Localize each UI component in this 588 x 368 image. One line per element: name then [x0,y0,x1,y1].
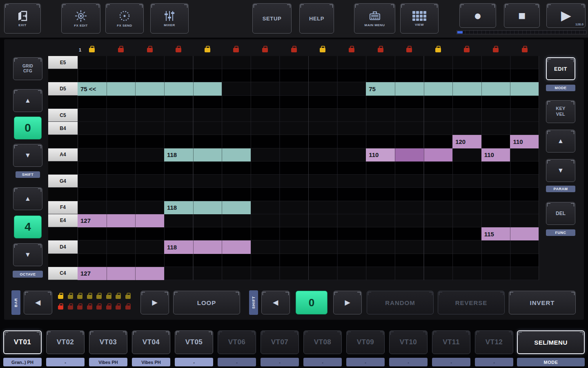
key-F4[interactable]: F4 [48,201,78,214]
exit-button[interactable]: EXIT [4,3,41,34]
play-button[interactable]: ▶ 128.0 [546,3,586,28]
note[interactable]: 110 [366,148,452,162]
key-black-row[interactable] [48,188,78,201]
track-button-vt08[interactable]: VT08 [303,330,342,354]
fx-edit-button[interactable]: FX EDIT [61,3,100,34]
shift-left-button[interactable]: ◀ [261,291,290,314]
bar-marker-icon[interactable] [68,305,73,310]
bar-marker-icon[interactable] [77,295,82,299]
key-black-row[interactable] [48,162,78,175]
bar-marker-icon[interactable] [87,305,92,310]
setup-button[interactable]: SETUP [252,3,292,34]
key-D4[interactable]: D4 [48,240,78,254]
param-up-button[interactable]: ▲ [546,130,575,153]
key-black-row[interactable] [48,69,78,82]
key-E5[interactable]: E5 [48,56,78,69]
track-button-vt03[interactable]: VT03 [89,330,127,354]
key-C5[interactable]: C5 [48,109,78,122]
track-sub-label[interactable]: Gran..) PH [3,358,42,366]
bar-marker-icon[interactable] [58,295,63,299]
stop-button[interactable]: ■ [504,3,540,28]
track-sub-label[interactable]: - [303,358,342,366]
prev-bar-button[interactable]: ◀ [24,291,52,314]
note[interactable]: 115 [481,227,539,240]
track-sub-label[interactable]: - [218,358,256,366]
bar-marker-icon[interactable] [125,305,131,310]
note[interactable]: 110 [510,135,539,148]
note[interactable]: 110 [481,148,510,162]
track-button-vt06[interactable]: VT06 [218,330,256,354]
help-button[interactable]: HELP [299,3,334,34]
track-button-vt10[interactable]: VT10 [389,330,428,354]
fx-send-button[interactable]: FX SEND [105,3,144,34]
note[interactable]: 127 [78,214,164,227]
track-sub-label[interactable]: - [261,358,299,366]
bar-marker-icon[interactable] [96,305,102,310]
key-G4[interactable]: G4 [48,175,78,188]
view-button[interactable]: VIEW [400,3,439,34]
note[interactable]: 127 [78,267,164,280]
bar-marker-icon[interactable] [58,305,63,310]
track-sub-label[interactable]: Vibes PH [89,358,127,366]
edit-mode-button[interactable]: EDIT [546,57,575,80]
track-sub-label[interactable]: - [346,358,385,366]
track-sub-label[interactable]: - [432,358,470,366]
key-black-row[interactable] [48,227,78,240]
bar-marker-icon[interactable] [116,295,121,299]
random-button[interactable]: RANDOM [367,291,434,314]
main-menu-button[interactable]: MAIN MENU [354,3,395,34]
mixer-button[interactable]: MIXER [150,3,189,34]
bar-marker-icon[interactable] [68,295,73,299]
note[interactable]: 120 [452,135,481,148]
track-sub-label[interactable]: Vibes PH [132,358,170,366]
bar-marker-icon[interactable] [106,295,111,299]
track-button-vt12[interactable]: VT12 [475,330,513,354]
key-C4[interactable]: C4 [48,267,78,280]
invert-button[interactable]: INVERT [509,291,576,314]
bar-marker-icon[interactable] [77,305,82,310]
note[interactable]: 75 [366,82,539,95]
bar-marker-icon[interactable] [87,295,92,299]
reverse-button[interactable]: REVERSE [438,291,505,314]
octave-down-button[interactable]: ▼ [13,243,42,266]
seek-bar[interactable] [457,30,586,34]
track-sub-label[interactable]: - [46,358,85,366]
key-B4[interactable]: B4 [48,122,78,135]
track-button-vt02[interactable]: VT02 [46,330,85,354]
track-button-vt11[interactable]: VT11 [432,330,470,354]
track-sub-label[interactable]: - [475,358,513,366]
next-bar-button[interactable]: ▶ [140,291,169,314]
key-black-row[interactable] [48,135,78,148]
shift-up-button[interactable]: ▲ [13,89,42,112]
bar-marker-icon[interactable] [106,305,111,310]
key-E4[interactable]: E4 [48,214,78,227]
shift-down-button[interactable]: ▼ [13,144,42,167]
shift-right-button[interactable]: ▶ [333,291,362,314]
grid[interactable]: 75 <<75120110118110110118127115118127 [78,56,539,280]
note[interactable]: 118 [164,201,251,214]
track-sub-label[interactable]: - [175,358,213,366]
bar-marker-icon[interactable] [125,295,131,299]
note[interactable]: 118 [164,240,251,254]
record-button[interactable]: ● [459,3,496,28]
bar-marker-icon[interactable] [116,305,121,310]
grid-cfg-button[interactable]: GRID CFG [13,57,42,80]
loop-button[interactable]: LOOP [173,291,240,314]
key-A4[interactable]: A4 [48,148,78,162]
track-button-vt04[interactable]: VT04 [132,330,170,354]
bar-marker-icon[interactable] [96,295,102,299]
track-button-vt01[interactable]: VT01 [3,330,42,354]
del-button[interactable]: DEL [546,202,575,225]
key-black-row[interactable] [48,96,78,109]
note[interactable]: 75 << [78,82,222,95]
octave-up-button[interactable]: ▲ [13,187,42,210]
key-vel-button[interactable]: KEY VEL [546,100,575,123]
track-button-vt07[interactable]: VT07 [261,330,299,354]
key-black-row[interactable] [48,254,78,267]
sel-menu-button[interactable]: SEL/MENU [517,330,585,354]
track-button-vt09[interactable]: VT09 [346,330,385,354]
track-sub-label[interactable]: - [389,358,428,366]
key-D5[interactable]: D5 [48,82,78,95]
track-button-vt05[interactable]: VT05 [175,330,213,354]
note[interactable]: 118 [164,148,251,162]
